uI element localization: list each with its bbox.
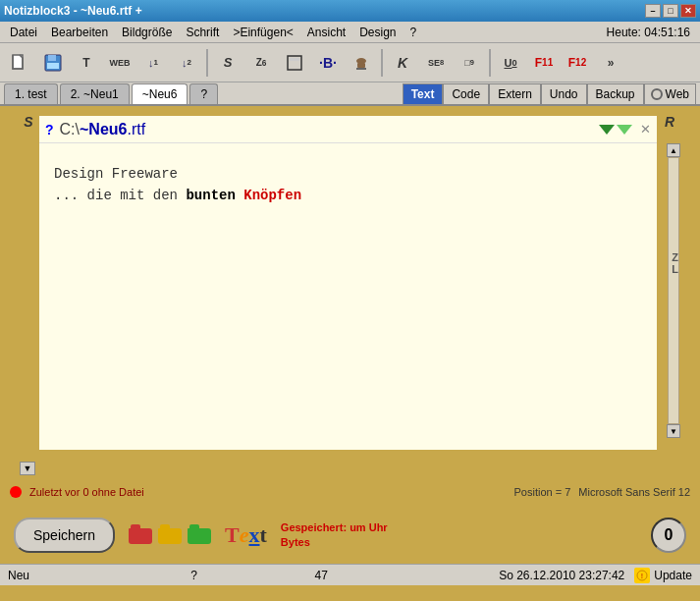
- line2-bold: bunten: [186, 188, 235, 203]
- tab-web-radio[interactable]: Web: [644, 83, 696, 104]
- menu-help[interactable]: ?: [404, 24, 423, 41]
- toolbar: T WEB ↓1 ↓2 S Z6 ·B· K SE8 □9 U0 F11 F12…: [0, 43, 700, 82]
- titlebar: Notizblock3 - ~Neu6.rtf + – □ ✕: [0, 0, 700, 22]
- menu-bearbeiten[interactable]: Bearbeiten: [45, 24, 114, 41]
- menu-ansicht[interactable]: Ansicht: [301, 24, 351, 41]
- zl-labels: Z L: [672, 251, 678, 275]
- folder-green: [188, 524, 211, 546]
- tab-web-label: Web: [666, 87, 689, 101]
- scroll-track[interactable]: [668, 157, 679, 424]
- menu-design[interactable]: Design: [353, 24, 402, 41]
- bottom-update[interactable]: ! Update: [634, 568, 692, 583]
- svg-text:!: !: [641, 573, 643, 579]
- status-warning-text: Zuletzt vor 0 ohne Datei: [29, 486, 144, 498]
- toolbar-save[interactable]: [37, 47, 69, 79]
- toolbar-new[interactable]: [4, 47, 35, 79]
- toolbar-sq9[interactable]: □9: [454, 47, 485, 79]
- toolbar-s[interactable]: S: [212, 47, 243, 79]
- font-text: Microsoft Sans Serif 12: [578, 486, 690, 498]
- scroll-bottom-arrow[interactable]: ▼: [20, 462, 35, 475]
- filepath-ext: .rtf: [127, 121, 145, 137]
- bottom-scroll-area: ▼: [0, 460, 700, 477]
- content-line2: ... die mit den bunten Knöpfen: [54, 185, 642, 206]
- toolbar-stamp[interactable]: [346, 47, 377, 79]
- title-text: Notizblock3 - ~Neu6.rtf +: [4, 4, 142, 18]
- toolbar-k[interactable]: K: [387, 47, 418, 79]
- scroll-up-arrow[interactable]: ▲: [667, 143, 680, 157]
- tab-undo[interactable]: Undo: [541, 83, 587, 104]
- toolbar-box[interactable]: [279, 47, 310, 79]
- tabbar: 1. test 2. ~Neu1 ~Neu6 ? Text Code Exter…: [0, 82, 700, 106]
- editor-content[interactable]: Design Freeware ... die mit den bunten K…: [39, 143, 657, 450]
- tab-code[interactable]: Code: [443, 83, 489, 104]
- filepath-prefix: C:\: [60, 121, 80, 137]
- editor-container: ? C:\~Neu6.rtf ✕ Design Freeware ... die…: [37, 114, 659, 452]
- content-line1: Design Freeware: [54, 163, 642, 185]
- toolbar-b[interactable]: ·B·: [312, 47, 344, 79]
- z-label: Z: [672, 251, 678, 263]
- update-label: Update: [654, 569, 692, 582]
- bottom-neu: Neu: [8, 569, 126, 582]
- save-button[interactable]: Speichern: [14, 518, 115, 553]
- update-icon: !: [634, 568, 650, 583]
- toolbar-u0[interactable]: U0: [495, 47, 526, 79]
- filepath-neu6: ~Neu6: [80, 121, 127, 137]
- s-label: S: [24, 114, 32, 130]
- folder-green-body: [188, 528, 211, 544]
- tab-backup[interactable]: Backup: [587, 83, 644, 104]
- right-tabs: Text Code Extern Undo Backup Web: [403, 83, 696, 104]
- folder-red-body: [129, 528, 152, 544]
- main-frame: S ? C:\~Neu6.rtf ✕ Design Freeware ... d…: [0, 106, 700, 460]
- menu-schrift[interactable]: Schrift: [180, 24, 225, 41]
- statusbar: Zuletzt vor 0 ohne Datei Position = 7 Mi…: [0, 477, 700, 507]
- editor-header: ? C:\~Neu6.rtf ✕: [39, 116, 657, 143]
- saved-label2: Bytes: [281, 536, 310, 548]
- tab-test[interactable]: 1. test: [4, 83, 58, 104]
- close-button[interactable]: ✕: [680, 4, 696, 18]
- bottom-datetime: So 26.12.2010 23:27:42: [390, 569, 624, 582]
- actionbar: Speichern Tex t Gespeichert: um Uhr Byte…: [0, 507, 700, 564]
- toolbar-se8[interactable]: SE8: [420, 47, 452, 79]
- tab-text[interactable]: Text: [403, 83, 444, 104]
- header-x-icon[interactable]: ✕: [640, 122, 651, 137]
- arrow-down-dark[interactable]: [599, 125, 615, 135]
- clock-display: Heute: 04:51:16: [607, 26, 696, 39]
- status-dot: [10, 486, 22, 498]
- l-label: L: [672, 263, 678, 275]
- text-logo: Tex t: [225, 522, 267, 548]
- vertical-scrollbar[interactable]: ▲ ▼: [667, 143, 680, 438]
- menu-bildgroesse[interactable]: Bildgröße: [116, 24, 178, 41]
- svg-rect-3: [47, 63, 59, 69]
- r-label: R: [665, 114, 674, 130]
- saved-info: Gespeichert: um Uhr Bytes: [281, 520, 388, 551]
- tab-extern[interactable]: Extern: [489, 83, 541, 104]
- maximize-button[interactable]: □: [663, 4, 678, 18]
- bottom-position: 47: [262, 569, 380, 582]
- toolbar-ins1[interactable]: ↓1: [137, 47, 169, 79]
- menu-datei[interactable]: Datei: [4, 24, 43, 41]
- toolbar-sep3: [489, 49, 491, 77]
- logo-x: x: [249, 522, 260, 548]
- menu-einfuegen[interactable]: >Einfügen<: [227, 24, 298, 41]
- folder-yellow-body: [158, 528, 182, 544]
- counter-display: 0: [651, 518, 686, 553]
- tab-neu1[interactable]: 2. ~Neu1: [60, 83, 130, 104]
- toolbar-f12[interactable]: F12: [562, 47, 593, 79]
- folder-yellow: [158, 524, 182, 546]
- minimize-button[interactable]: –: [645, 4, 661, 18]
- scroll-down-arrow[interactable]: ▼: [667, 424, 680, 438]
- toolbar-ins2[interactable]: ↓2: [171, 47, 202, 79]
- bottom-question-mark: ?: [190, 569, 197, 582]
- svg-rect-5: [290, 58, 299, 61]
- tab-neu6[interactable]: ~Neu6: [132, 83, 188, 104]
- toolbar-web[interactable]: WEB: [104, 47, 135, 79]
- toolbar-z6[interactable]: Z6: [245, 47, 277, 79]
- line2-plain: ... die mit den: [54, 188, 186, 203]
- toolbar-f11[interactable]: F11: [528, 47, 560, 79]
- tab-question[interactable]: ?: [189, 83, 218, 104]
- toolbar-more[interactable]: »: [595, 47, 626, 79]
- arrow-down-light[interactable]: [617, 125, 632, 135]
- radio-icon: [651, 88, 663, 100]
- svg-rect-2: [48, 55, 56, 61]
- toolbar-text[interactable]: T: [71, 47, 102, 79]
